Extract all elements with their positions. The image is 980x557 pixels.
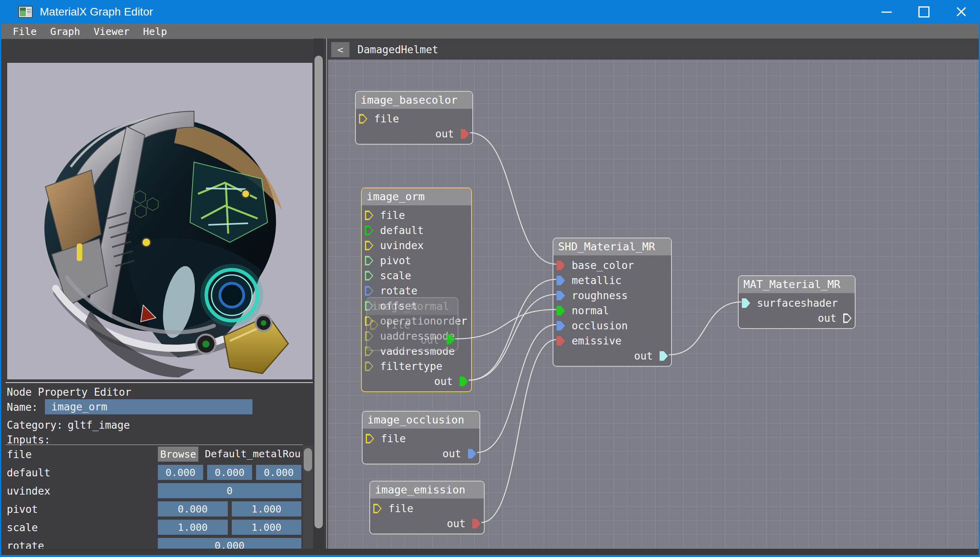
node-image_orm[interactable]: image_ormfiledefaultuvindexpivotscalerot… [361, 188, 472, 392]
pin-SHD_Material_MR-occlusion[interactable] [557, 321, 565, 331]
property-editor-divider [6, 382, 313, 383]
pin-SHD_Material_MR-emissive[interactable] [557, 336, 565, 346]
graph-breadcrumb-title: DamagedHelmet [357, 44, 439, 56]
port-row-file: file [363, 431, 479, 446]
pin-image_orm-filtertype[interactable] [365, 362, 373, 371]
port-label: filtertype [380, 360, 442, 372]
pin-image_orm-uvindex[interactable] [365, 241, 373, 250]
title-bar[interactable]: MaterialX Graph Editor [0, 0, 980, 24]
pin-image_emission-file[interactable] [373, 504, 382, 513]
port-row-uvindex: uvindex [362, 238, 471, 253]
value-field[interactable]: 0.000 [256, 465, 301, 480]
wire-5 [481, 340, 556, 522]
pin-image_orm-out[interactable] [460, 377, 468, 386]
pin-image_orm-scale[interactable] [365, 271, 373, 280]
pin-MAT_Material_MR-surfaceshader[interactable] [742, 298, 750, 308]
close-button[interactable] [943, 0, 980, 24]
pin-SHD_Material_MR-out[interactable] [660, 351, 668, 361]
pin-MAT_Material_MR-out[interactable] [843, 313, 852, 323]
input-row-pivot: pivot0.0001.000 [6, 500, 303, 518]
value-field[interactable]: 0.000 [207, 465, 252, 480]
graph-panel: < DamagedHelmet image_basecolorfileoutim… [328, 39, 979, 549]
graph-canvas[interactable]: image_basecolorfileoutimage_normalfileou… [328, 60, 979, 549]
pin-image_basecolor-file[interactable] [359, 114, 367, 124]
graph-back-button[interactable]: < [331, 42, 349, 57]
port-row-scale: scale [362, 268, 471, 283]
port-row-out: out [362, 374, 471, 389]
pin-core [366, 273, 372, 279]
minimize-button[interactable] [868, 0, 905, 24]
node-image_emission[interactable]: image_emissionfileout [369, 481, 485, 534]
pin-image_normal-file[interactable] [370, 320, 378, 330]
close-icon [956, 7, 966, 17]
pin-core [844, 315, 850, 322]
menu-file[interactable]: File [6, 26, 43, 37]
port-row-out: out [553, 348, 671, 364]
pin-SHD_Material_MR-metallic[interactable] [557, 276, 565, 285]
port-label: out [421, 334, 439, 346]
pin-SHD_Material_MR-base_color[interactable] [557, 261, 565, 270]
node-image_normal[interactable]: image_normalfileout [366, 297, 458, 351]
menu-help[interactable]: Help [136, 26, 174, 37]
browse-button[interactable]: Browse [158, 447, 198, 462]
port-label: scale [380, 270, 411, 282]
port-row-out: out [367, 333, 458, 348]
port-row-pivot: pivot [362, 253, 471, 268]
input-row-uvindex: uvindex0 [6, 482, 303, 500]
pin-image_occlusion-out[interactable] [468, 449, 476, 458]
left-panel-scrollbar [314, 39, 324, 549]
port-label: default [380, 224, 424, 236]
port-label: file [381, 433, 406, 445]
port-label: out [634, 350, 653, 362]
port-row-default: default [362, 223, 471, 238]
node-image_basecolor[interactable]: image_basecolorfileout [355, 91, 473, 145]
render-viewport[interactable] [7, 62, 313, 380]
pin-image_orm-default[interactable] [365, 226, 373, 235]
port-label: out [434, 375, 453, 387]
window-frame-left [0, 24, 1, 557]
menu-viewer[interactable]: Viewer [87, 26, 136, 37]
pin-image_orm-pivot[interactable] [365, 256, 373, 265]
node-title: image_emission [370, 482, 484, 499]
helmet-preview [7, 63, 313, 380]
node-image_occlusion[interactable]: image_occlusionfileout [362, 411, 480, 464]
node-SHD_Material_MR[interactable]: SHD_Material_MRbase_colormetallicroughne… [553, 238, 672, 367]
port-row-out: out [363, 446, 479, 461]
menu-graph[interactable]: Graph [43, 26, 87, 37]
file-value: Default_metalRough [205, 447, 301, 462]
node-MAT_Material_MR[interactable]: MAT_Material_MRsurfaceshaderout [738, 275, 856, 329]
pin-core [360, 116, 366, 122]
input-label: uvindex [7, 485, 50, 497]
pin-image_orm-file[interactable] [365, 211, 373, 220]
value-field[interactable]: 0.000 [158, 465, 203, 480]
left-panel-scrollbar-thumb[interactable] [314, 56, 323, 528]
port-row-out: out [356, 126, 472, 141]
value-field[interactable]: 0.000 [158, 501, 228, 516]
panel-splitter[interactable] [325, 39, 328, 549]
pin-image_occlusion-file[interactable] [366, 434, 374, 443]
pin-core [366, 212, 372, 219]
maximize-button[interactable] [905, 0, 943, 24]
pin-image_orm-rotate[interactable] [365, 286, 373, 296]
value-field[interactable]: 0 [158, 483, 301, 498]
name-input[interactable] [45, 399, 252, 414]
wire-3 [469, 294, 556, 380]
pin-image_basecolor-out[interactable] [461, 129, 469, 139]
value-field[interactable]: 1.000 [232, 501, 302, 516]
node-title: image_basecolor [356, 92, 472, 109]
input-row-file: fileBrowseDefault_metalRough [6, 445, 303, 463]
pin-SHD_Material_MR-normal[interactable] [557, 306, 565, 315]
port-label: surfaceshader [757, 297, 838, 309]
inputs-scrollbar-thumb[interactable] [304, 448, 312, 471]
pin-SHD_Material_MR-roughness[interactable] [557, 291, 565, 300]
pin-core [366, 363, 372, 370]
status-strip [1, 549, 979, 555]
value-field[interactable]: 1.000 [232, 520, 302, 535]
port-label: out [442, 448, 461, 460]
minimize-icon [881, 12, 892, 13]
port-row-rotate: rotate [362, 283, 471, 298]
port-label: out [447, 518, 466, 530]
value-field[interactable]: 1.000 [158, 520, 228, 535]
pin-core [366, 242, 372, 249]
pin-image_emission-out[interactable] [472, 519, 481, 528]
